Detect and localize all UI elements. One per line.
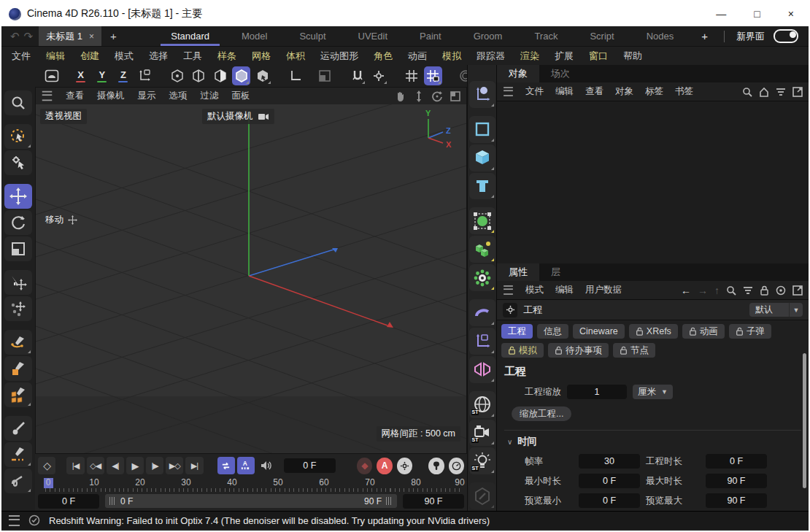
snap-icon[interactable] xyxy=(348,66,366,85)
goto-end-button[interactable]: ▶| xyxy=(185,457,203,474)
make-editable-icon[interactable] xyxy=(42,66,61,85)
lock-x-axis-button[interactable]: X xyxy=(72,66,90,85)
om-filter-icon[interactable] xyxy=(776,88,786,96)
menu-tracker[interactable]: 跟踪器 xyxy=(477,50,505,63)
layout-tab-standard[interactable]: Standard xyxy=(155,26,225,46)
layout-tab-script[interactable]: Script xyxy=(574,26,630,46)
am-detach-icon[interactable] xyxy=(792,285,803,296)
menu-spline[interactable]: 样条 xyxy=(217,50,236,63)
viewport-menu-camera[interactable]: 摄像机 xyxy=(97,90,125,102)
cursor-move-tool-icon[interactable] xyxy=(4,270,32,295)
menu-animate[interactable]: 动画 xyxy=(408,50,427,63)
fps-field[interactable]: 30 xyxy=(579,454,640,469)
layout-tab-model[interactable]: Model xyxy=(225,26,283,46)
tab-attributes[interactable]: 属性 xyxy=(497,263,539,281)
axis-gizmo[interactable]: Y Z X xyxy=(412,109,458,150)
layout-tab-groom[interactable]: Groom xyxy=(458,26,519,46)
sound-button[interactable] xyxy=(257,457,274,474)
undo-icon[interactable]: ↶ xyxy=(10,30,20,43)
viewport-menu-filter[interactable]: 过滤 xyxy=(201,90,219,102)
history-forward-icon[interactable]: → xyxy=(698,285,708,296)
add-document-button[interactable]: + xyxy=(110,30,117,42)
om-menu-edit[interactable]: 编辑 xyxy=(555,85,574,98)
camera-toggle-icon[interactable] xyxy=(258,112,269,121)
spline-rectangle-icon[interactable] xyxy=(469,116,495,143)
am-filter-icon[interactable] xyxy=(743,286,753,295)
attr-tab-nodes[interactable]: 节点 xyxy=(613,343,655,358)
zoom-tool-icon[interactable] xyxy=(4,90,32,115)
layout-tab-nodes[interactable]: Nodes xyxy=(630,26,690,46)
record-keyframe-icon[interactable]: ◆ xyxy=(357,458,372,474)
history-back-icon[interactable]: ← xyxy=(681,285,691,296)
dolly-zoom-icon[interactable] xyxy=(414,90,424,102)
live-selection-tool-icon[interactable] xyxy=(4,124,32,149)
om-menu-bookmarks[interactable]: 书签 xyxy=(675,85,693,98)
play-button[interactable]: ▶ xyxy=(126,457,144,474)
lock-y-axis-button[interactable]: Y xyxy=(93,66,111,85)
rotate-tool-icon[interactable] xyxy=(4,210,32,235)
camera-label[interactable]: 默认摄像机 xyxy=(202,109,274,124)
menu-tools[interactable]: 工具 xyxy=(183,50,202,63)
autokey-mode-button[interactable]: A xyxy=(237,457,255,474)
viewport-menu-options[interactable]: 选项 xyxy=(169,90,188,102)
quantize-icon[interactable] xyxy=(402,66,420,85)
edges-mode-icon[interactable] xyxy=(190,66,208,85)
text-spline-icon[interactable] xyxy=(469,173,495,200)
viewport-canvas[interactable]: 透视视图 默认摄像机 移动 网格间距 : 500 cm Y Z X xyxy=(36,104,466,453)
menu-create[interactable]: 创建 xyxy=(80,50,99,63)
viewport-hamburger-icon[interactable] xyxy=(42,91,53,101)
attr-tab-info[interactable]: 信息 xyxy=(537,324,568,339)
menu-character[interactable]: 角色 xyxy=(374,50,393,63)
next-key-button[interactable]: ▶◇ xyxy=(166,457,183,474)
add-keyframe-icon[interactable]: ◇ xyxy=(38,457,55,474)
coordinate-system-icon[interactable] xyxy=(136,66,154,85)
am-menu-userdata[interactable]: 用户数据 xyxy=(585,284,622,296)
status-hamburger-icon[interactable] xyxy=(9,515,20,526)
attr-tab-cineware[interactable]: Cineware xyxy=(573,324,625,339)
menu-mode[interactable]: 模式 xyxy=(115,50,134,63)
polygons-mode-icon[interactable] xyxy=(211,66,229,85)
symmetry-icon[interactable] xyxy=(469,356,495,383)
menu-select[interactable]: 选择 xyxy=(149,50,168,63)
menu-window[interactable]: 窗口 xyxy=(589,50,608,63)
tab-layers[interactable]: 层 xyxy=(539,263,572,281)
close-button[interactable]: × xyxy=(788,9,794,19)
om-home-icon[interactable] xyxy=(759,87,769,97)
attr-tab-simulation[interactable]: 模拟 xyxy=(501,343,544,358)
material-icon[interactable] xyxy=(469,482,495,509)
am-target-icon[interactable] xyxy=(776,285,786,296)
spline-smooth-tool-icon[interactable] xyxy=(4,469,32,493)
menu-file[interactable]: 文件 xyxy=(12,50,31,63)
attr-tab-bullet[interactable]: 子弹 xyxy=(729,324,771,339)
min-time-field[interactable]: 0 F xyxy=(579,474,640,488)
range-left-grip[interactable] xyxy=(109,497,116,505)
menu-extensions[interactable]: 扩展 xyxy=(555,50,574,63)
attribute-scrollbar[interactable] xyxy=(803,353,806,488)
null-object-icon[interactable] xyxy=(469,81,495,108)
camera-object-icon[interactable]: ST xyxy=(469,420,495,447)
polygon-pen-tool-icon[interactable] xyxy=(4,382,32,407)
document-tab[interactable]: 未标题 1 × xyxy=(39,26,101,46)
enable-axis-icon[interactable] xyxy=(286,66,304,85)
preview-max-field[interactable]: 90 F xyxy=(706,493,767,508)
attr-tab-animation[interactable]: 动画 xyxy=(682,324,725,339)
attr-tab-todo[interactable]: 待办事项 xyxy=(548,343,609,358)
object-list[interactable] xyxy=(497,101,809,263)
minimize-button[interactable]: — xyxy=(716,9,726,19)
sky-object-icon[interactable]: ST xyxy=(469,391,495,418)
document-tab-close-icon[interactable]: × xyxy=(89,31,94,42)
am-search-icon[interactable] xyxy=(726,285,736,296)
model-mode-icon[interactable] xyxy=(232,66,250,85)
line-cut-tool-icon[interactable] xyxy=(4,442,32,467)
layout-tab-sculpt[interactable]: Sculpt xyxy=(283,26,342,46)
prev-key-button[interactable]: ◇◀ xyxy=(87,457,104,474)
scale-project-button[interactable]: 缩放工程... xyxy=(512,406,571,421)
om-menu-file[interactable]: 文件 xyxy=(525,85,544,98)
cube-primitive-icon[interactable] xyxy=(469,144,495,171)
menu-render[interactable]: 渲染 xyxy=(520,50,539,63)
max-time-field[interactable]: 90 F xyxy=(706,474,767,488)
snap-settings-icon[interactable] xyxy=(369,66,387,85)
mograph-effector-icon[interactable] xyxy=(469,264,495,291)
lock-z-axis-button[interactable]: Z xyxy=(114,66,132,85)
attribute-hamburger-icon[interactable] xyxy=(504,285,513,295)
